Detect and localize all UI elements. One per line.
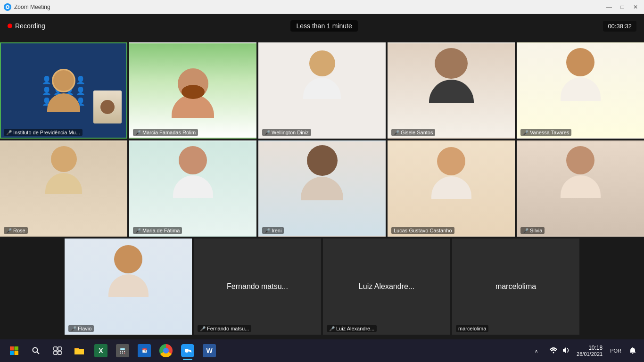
calculator-icon	[116, 344, 129, 357]
video-cell-2[interactable]: 🎤 Marcia Famadas Rolim	[129, 42, 256, 139]
maximize-button[interactable]: □	[618, 2, 627, 12]
video-cell-6[interactable]: 🎤 Rose	[0, 140, 127, 237]
participant-name-2: 🎤 Marcia Famadas Rolim	[133, 129, 198, 136]
notification-button[interactable]	[625, 340, 640, 361]
grid-row-3: 🎤 Flavio Fernando matsu... 🎤 Fernando ma…	[0, 239, 644, 335]
svg-rect-9	[58, 347, 61, 350]
svg-rect-8	[54, 347, 57, 350]
participant-name-7: 🎤 Maria de Fátima	[133, 227, 182, 234]
svg-point-21	[185, 349, 189, 353]
search-icon	[32, 346, 40, 355]
video-cell-7[interactable]: 🎤 Maria de Fátima	[129, 140, 256, 237]
close-button[interactable]: ✕	[631, 2, 640, 12]
file-explorer-icon	[74, 345, 85, 356]
mute-icon-2: 🎤	[135, 130, 141, 135]
chrome-button[interactable]	[156, 340, 176, 361]
svg-rect-10	[54, 351, 57, 354]
language-indicator[interactable]: POR	[608, 348, 623, 354]
task-view-button[interactable]	[47, 340, 68, 361]
participant-name-1: 🎤 Instituto de Previdência Mu...	[4, 129, 83, 136]
svg-rect-17	[120, 353, 121, 354]
participant-label-12: 🎤 Fernando matsu...	[198, 325, 251, 332]
video-cell-10[interactable]: 🎤 Silvia	[517, 140, 644, 237]
excel-icon: X	[94, 344, 107, 357]
calendar-icon: 📅	[138, 344, 151, 357]
grid-row-2: 🎤 Rose 🎤 Maria de Fátima	[0, 140, 644, 237]
volume-icon[interactable]	[561, 346, 571, 355]
file-explorer-button[interactable]	[69, 340, 90, 361]
task-view-icon	[53, 346, 62, 355]
svg-rect-4	[10, 351, 14, 355]
expand-icon: ∧	[535, 348, 538, 354]
svg-point-6	[33, 348, 38, 353]
recording-label: Recording	[15, 22, 45, 30]
participant-name-8: 🎤 Ireni	[262, 227, 284, 234]
svg-rect-14	[120, 351, 121, 352]
mute-icon-8: 🎤	[264, 228, 270, 233]
calendar-button[interactable]: 📅	[134, 340, 155, 361]
video-cell-8[interactable]: 🎤 Ireni	[258, 140, 386, 237]
mute-icon-5: 🎤	[523, 130, 528, 135]
participant-label-14: marcelolima	[456, 325, 488, 332]
participant-name-6: 🎤 Rose	[4, 227, 28, 234]
recording-indicator: Recording	[8, 22, 45, 30]
clock[interactable]: 10:18 28/01/2021	[573, 345, 606, 357]
video-cell-13[interactable]: Luiz Alexandre... 🎤 Luiz Alexandre...	[323, 239, 450, 335]
participant-name-10: 🎤 Silvia	[520, 227, 545, 234]
excel-button[interactable]: X	[91, 340, 111, 361]
windows-logo-icon	[9, 346, 19, 355]
mute-icon-6: 🎤	[6, 228, 12, 233]
zoom-button[interactable]	[177, 340, 198, 361]
video-cell-5[interactable]: 🎤 Vanessa Tavares	[517, 42, 644, 139]
systray-expand-button[interactable]: ∧	[526, 340, 546, 361]
minimize-button[interactable]: —	[604, 2, 614, 12]
video-cell-11[interactable]: 🎤 Flavio	[65, 239, 192, 335]
word-icon: W	[203, 344, 216, 357]
clock-time: 10:18	[577, 345, 603, 351]
calculator-button[interactable]	[112, 340, 133, 361]
video-cell-1[interactable]: 👤 👤 👤 👤 👤 👤 👤 👤 👤 👤 👤 👤	[0, 42, 127, 139]
chrome-icon	[159, 344, 173, 357]
svg-rect-2	[10, 346, 14, 351]
svg-line-7	[37, 352, 40, 354]
start-button[interactable]	[4, 340, 25, 361]
title-bar-left: Zoom Meeting	[4, 3, 50, 11]
video-cell-12[interactable]: Fernando matsu... 🎤 Fernando matsu...	[194, 239, 321, 335]
network-icon[interactable]	[548, 346, 559, 355]
svg-rect-18	[122, 353, 123, 354]
video-cell-14[interactable]: marcelolima marcelolima	[452, 239, 579, 335]
video-grid: 👤 👤 👤 👤 👤 👤 👤 👤 👤 👤 👤 👤	[0, 38, 644, 339]
meeting-timer: 00:38:32	[603, 21, 636, 32]
svg-rect-5	[15, 351, 19, 355]
svg-rect-11	[58, 351, 61, 354]
participant-name-12: Fernando matsu...	[227, 282, 288, 291]
zoom-icon	[181, 344, 194, 357]
duration-badge: Less than 1 minute	[290, 20, 357, 32]
participant-name-13: Luiz Alexandre...	[359, 282, 414, 291]
clock-date: 28/01/2021	[577, 351, 603, 357]
svg-rect-15	[122, 351, 123, 352]
taskbar: X 📅	[0, 339, 644, 362]
participant-name-5: 🎤 Vanessa Tavares	[520, 129, 571, 136]
video-cell-9[interactable]: Lucas Gustavo Castanho	[388, 140, 515, 237]
mute-icon-12: 🎤	[200, 326, 206, 331]
participant-name-14: marcelolima	[495, 282, 536, 291]
search-button[interactable]	[25, 340, 46, 361]
svg-point-22	[553, 352, 554, 353]
word-button[interactable]: W	[199, 340, 220, 361]
title-bar: Zoom Meeting — □ ✕	[0, 0, 644, 14]
notification-icon	[629, 347, 636, 354]
zoom-app-icon	[4, 3, 11, 11]
svg-rect-19	[124, 353, 125, 354]
video-cell-4[interactable]: 🎤 Gisele Santos	[388, 42, 515, 139]
mute-icon-13: 🎤	[329, 326, 335, 331]
participant-name-4: 🎤 Gisele Santos	[391, 129, 435, 136]
recording-dot	[8, 24, 12, 28]
video-cell-3[interactable]: 🎤 Wellington Diniz	[258, 42, 386, 139]
mute-icon-3: 🎤	[264, 130, 270, 135]
mute-icon-11: 🎤	[71, 326, 76, 331]
mute-icon-7: 🎤	[135, 228, 141, 233]
svg-rect-16	[124, 351, 125, 352]
participant-name-3: 🎤 Wellington Diniz	[262, 129, 311, 136]
mute-icon-1: 🎤	[6, 130, 12, 135]
